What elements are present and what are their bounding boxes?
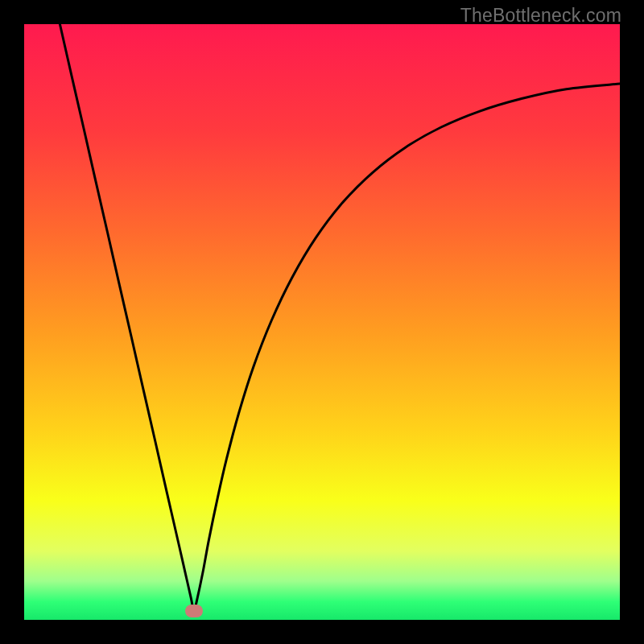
- frame: TheBottleneck.com: [0, 0, 644, 644]
- watermark-text: TheBottleneck.com: [460, 5, 621, 27]
- chart-curve: [24, 24, 620, 620]
- plot-area: [24, 24, 620, 620]
- optimum-marker: [185, 605, 203, 617]
